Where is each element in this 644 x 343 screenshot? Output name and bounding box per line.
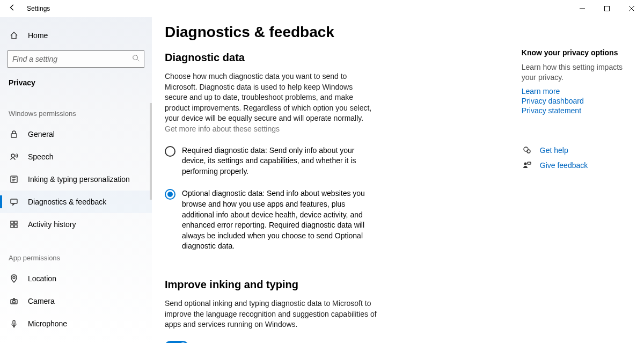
svg-point-15 [527,150,530,153]
link-learn-more[interactable]: Learn more [522,87,633,96]
radio-button-optional[interactable] [165,189,175,200]
category-title: Privacy [0,73,152,91]
sidebar-item-microphone[interactable]: Microphone [0,312,152,335]
svg-rect-9 [14,225,17,228]
radio-optional[interactable]: Optional diagnostic data: Send info abou… [165,188,379,252]
aside-heading: Know your privacy options [522,48,633,57]
svg-rect-17 [528,162,531,164]
aside-body: Learn how this setting impacts your priv… [522,62,633,83]
section-diagnostic-data: Diagnostic data [165,52,494,64]
svg-rect-7 [14,221,17,224]
main-content: Diagnostics & feedback Diagnostic data C… [152,17,644,343]
window-title: Settings [27,5,50,12]
svg-rect-6 [11,221,13,224]
sidebar-item-diagnostics[interactable]: Diagnostics & feedback [0,191,152,213]
maximize-button[interactable] [595,0,619,17]
minimize-button[interactable] [570,0,595,17]
sidebar-item-speech[interactable]: Speech [0,145,152,168]
feedback-icon [9,196,19,207]
svg-rect-13 [13,320,15,324]
titlebar: Settings [0,0,644,17]
speech-icon [9,151,19,162]
radio-optional-label: Optional diagnostic data: Send info abou… [182,188,379,252]
link-privacy-dashboard[interactable]: Privacy dashboard [522,97,633,105]
history-icon [9,219,19,230]
svg-point-3 [11,154,14,157]
window-controls [570,0,644,17]
svg-rect-0 [605,6,610,11]
get-help-row[interactable]: Get help [522,145,633,156]
link-get-help[interactable]: Get help [540,146,568,155]
diag-more-info-link[interactable]: Get more info about these settings [165,125,280,133]
diagnostic-description: Choose how much diagnostic data you want… [165,71,377,135]
back-button[interactable] [9,4,16,13]
sidebar: Home Privacy Windows permissions General… [0,17,152,343]
sidebar-item-general[interactable]: General [0,123,152,145]
inking-toggle[interactable] [165,341,188,343]
camera-icon [9,296,19,306]
svg-point-10 [13,276,15,279]
link-give-feedback[interactable]: Give feedback [540,161,588,170]
section-inking: Improve inking and typing [165,279,494,291]
sidebar-home[interactable]: Home [0,25,152,46]
home-icon [9,30,19,41]
svg-rect-5 [11,199,17,203]
svg-rect-2 [11,134,17,137]
close-button[interactable] [619,0,644,17]
home-label: Home [28,31,48,40]
search-box[interactable] [8,50,144,68]
svg-point-1 [133,55,138,60]
sidebar-item-location[interactable]: Location [0,267,152,290]
inking-description: Send optional inking and typing diagnost… [165,298,377,330]
search-icon [132,54,140,64]
link-privacy-statement[interactable]: Privacy statement [522,106,633,115]
sidebar-item-camera[interactable]: Camera [0,290,152,312]
give-feedback-row[interactable]: Give feedback [522,160,633,171]
group-app-permissions: App permissions [0,236,152,267]
svg-rect-8 [11,225,13,228]
group-windows-permissions: Windows permissions [0,91,152,123]
lock-icon [9,129,19,140]
feedback-person-icon [522,160,532,171]
svg-point-12 [13,301,16,303]
inking-icon [9,174,19,185]
location-icon [9,273,19,284]
sidebar-item-inking[interactable]: Inking & typing personalization [0,168,152,191]
help-icon [522,145,532,156]
sidebar-item-activity[interactable]: Activity history [0,213,152,236]
radio-required-label: Required diagnostic data: Send only info… [182,145,379,177]
page-title: Diagnostics & feedback [165,24,494,41]
search-input[interactable] [12,55,132,63]
radio-required[interactable]: Required diagnostic data: Send only info… [165,145,379,177]
microphone-icon [9,318,19,329]
aside-panel: Know your privacy options Learn how this… [522,24,633,343]
radio-button-required[interactable] [165,146,175,157]
svg-point-16 [524,162,526,165]
